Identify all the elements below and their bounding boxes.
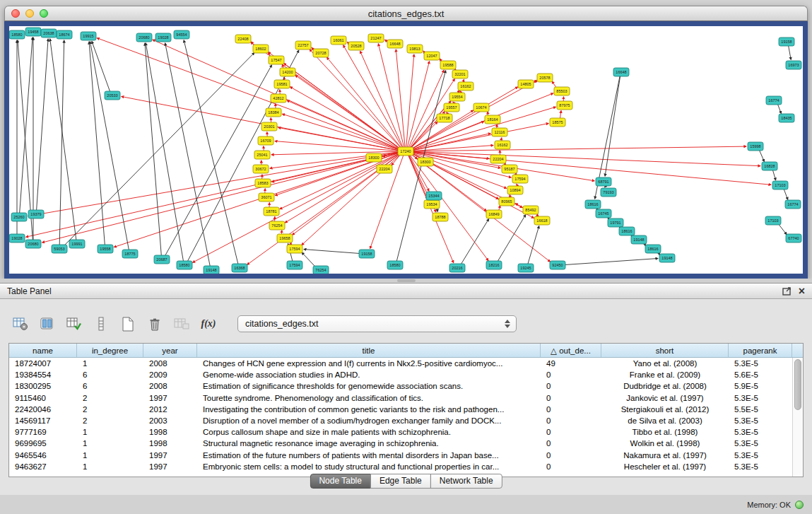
- network-node[interactable]: 20680: [25, 240, 41, 248]
- network-node[interactable]: 25260: [11, 213, 27, 221]
- cell-out_degree[interactable]: 0: [541, 416, 601, 425]
- tab-edge-table[interactable]: Edge Table: [370, 474, 431, 489]
- cell-short[interactable]: Nakamura et al. (1997): [601, 451, 729, 460]
- cell-out_degree[interactable]: 0: [541, 405, 601, 414]
- cell-short[interactable]: Jankovic et al. (1997): [601, 394, 729, 402]
- cell-year[interactable]: 2012: [143, 405, 197, 414]
- cell-in_degree[interactable]: 6: [77, 382, 143, 390]
- cell-pagerank[interactable]: 5.3E-5: [729, 428, 792, 436]
- cell-pagerank[interactable]: 5.3E-5: [729, 451, 792, 460]
- cell-title[interactable]: Corpus callosum shape and size in male p…: [197, 428, 541, 436]
- cell-short[interactable]: Hescheler et al. (1997): [601, 462, 729, 471]
- column-header-title[interactable]: title: [197, 344, 541, 357]
- network-node[interactable]: 32201: [452, 70, 468, 78]
- cell-year[interactable]: 1998: [143, 428, 197, 436]
- cell-out_degree[interactable]: 0: [541, 451, 601, 460]
- cell-out_degree[interactable]: 0: [541, 394, 601, 402]
- network-node[interactable]: 16061: [331, 36, 346, 45]
- network-node[interactable]: 18384: [266, 108, 281, 117]
- network-node[interactable]: 19991: [69, 240, 85, 248]
- network-node[interactable]: 18583: [255, 179, 271, 187]
- cell-title[interactable]: Changes of HCN gene expression and I(f) …: [197, 359, 541, 368]
- cell-pagerank[interactable]: 5.3E-5: [729, 359, 792, 368]
- network-node[interactable]: 14805: [518, 80, 534, 88]
- network-node[interactable]: 18788: [433, 213, 448, 221]
- delete-table-icon[interactable]: [146, 315, 164, 333]
- cell-in_degree[interactable]: 2: [77, 405, 143, 414]
- cell-year[interactable]: 2008: [143, 382, 197, 390]
- network-node[interactable]: 20533: [105, 91, 120, 100]
- cell-in_degree[interactable]: 6: [77, 370, 143, 379]
- tab-node-table[interactable]: Node Table: [310, 474, 371, 489]
- network-node[interactable]: 18775: [122, 250, 138, 258]
- network-node[interactable]: 94554: [174, 30, 189, 39]
- network-node[interactable]: 68791: [596, 177, 611, 186]
- cell-out_degree[interactable]: 0: [541, 428, 601, 436]
- cell-pagerank[interactable]: 5.5E-5: [729, 405, 792, 414]
- network-node[interactable]: 18164: [485, 115, 500, 124]
- cell-name[interactable]: 14569117: [9, 416, 77, 425]
- network-node[interactable]: 10674: [473, 103, 489, 112]
- cell-name[interactable]: 22420046: [9, 405, 77, 414]
- network-node[interactable]: 14200: [280, 68, 295, 76]
- cell-in_degree[interactable]: 1: [77, 359, 143, 368]
- cell-short[interactable]: Wolkin et al. (1998): [601, 439, 729, 448]
- cell-name[interactable]: 9777169: [9, 428, 77, 436]
- float-icon[interactable]: [782, 287, 792, 296]
- cell-pagerank[interactable]: 5.6E-5: [729, 370, 792, 379]
- network-node[interactable]: 19148: [659, 254, 675, 262]
- network-node[interactable]: 22408: [235, 35, 251, 43]
- cell-out_degree[interactable]: 0: [541, 382, 601, 390]
- network-node[interactable]: 19028: [9, 234, 25, 243]
- network-node[interactable]: 20680: [136, 33, 152, 42]
- network-node[interactable]: 18575: [550, 118, 565, 127]
- cell-out_degree[interactable]: 0: [541, 370, 601, 379]
- table-row[interactable]: 1456911722003Disruption of a novel membe…: [9, 415, 792, 426]
- network-canvas[interactable]: 1724022408186021754714200195812275720728…: [9, 26, 803, 274]
- cell-in_degree[interactable]: 2: [77, 394, 143, 402]
- cell-pagerank[interactable]: 5.9E-5: [729, 382, 792, 390]
- column-header-pagerank[interactable]: pagerank: [729, 344, 792, 357]
- network-node[interactable]: 42812: [271, 94, 286, 103]
- table-row[interactable]: 1830029562008Estimation of significance …: [9, 380, 792, 392]
- network-node[interactable]: 19581: [274, 80, 290, 88]
- zoom-window-icon[interactable]: [40, 9, 48, 18]
- network-node[interactable]: 15998: [748, 142, 763, 151]
- cell-title[interactable]: Structural magnetic resonance image aver…: [197, 439, 541, 448]
- network-node[interactable]: 17103: [772, 181, 788, 189]
- network-node[interactable]: 19557: [444, 103, 459, 112]
- cell-out_degree[interactable]: 0: [541, 462, 601, 471]
- network-node[interactable]: 19554: [449, 93, 465, 101]
- cell-name[interactable]: 9699695: [9, 439, 77, 448]
- import-table-icon[interactable]: [65, 315, 83, 333]
- network-node[interactable]: 79193: [601, 188, 616, 197]
- network-node[interactable]: 20638: [41, 29, 57, 37]
- network-node[interactable]: 17103: [765, 216, 781, 225]
- network-node[interactable]: 17594: [287, 261, 302, 269]
- table-row[interactable]: 1872400712008Changes of HCN gene express…: [9, 358, 792, 369]
- network-node[interactable]: 18580: [387, 261, 403, 269]
- splitter-grip-icon[interactable]: [397, 279, 416, 282]
- network-node[interactable]: 17718: [437, 114, 452, 122]
- cell-short[interactable]: Stergiakouli et al. (2012): [601, 405, 729, 414]
- table-row[interactable]: 946362711997Embryonic stem cells: a mode…: [9, 461, 792, 472]
- cell-short[interactable]: Dudbridge et al. (2008): [601, 382, 729, 390]
- network-node[interactable]: 20216: [449, 264, 465, 272]
- cell-year[interactable]: 1997: [143, 451, 197, 460]
- network-node[interactable]: 16162: [458, 82, 473, 90]
- scrollbar-thumb[interactable]: [794, 359, 801, 410]
- network-node[interactable]: 16648: [613, 68, 629, 76]
- network-node[interactable]: 19158: [359, 250, 375, 258]
- column-header-name[interactable]: name: [9, 344, 77, 357]
- network-node[interactable]: 12047: [424, 52, 440, 60]
- network-graph[interactable]: 1724022408186021754714200195812275720728…: [9, 26, 803, 274]
- cell-year[interactable]: 1998: [143, 439, 197, 448]
- network-node[interactable]: 19245: [518, 264, 534, 272]
- network-node[interactable]: 19588: [440, 61, 456, 69]
- network-node[interactable]: 18781: [264, 207, 279, 216]
- network-node[interactable]: 92450: [550, 261, 565, 269]
- cell-name[interactable]: 18724007: [9, 359, 77, 368]
- tab-network-table[interactable]: Network Table: [430, 474, 502, 489]
- table-row[interactable]: 911546021997Tourette syndrome. Phenomeno…: [9, 392, 792, 404]
- network-node[interactable]: 19148: [204, 266, 219, 274]
